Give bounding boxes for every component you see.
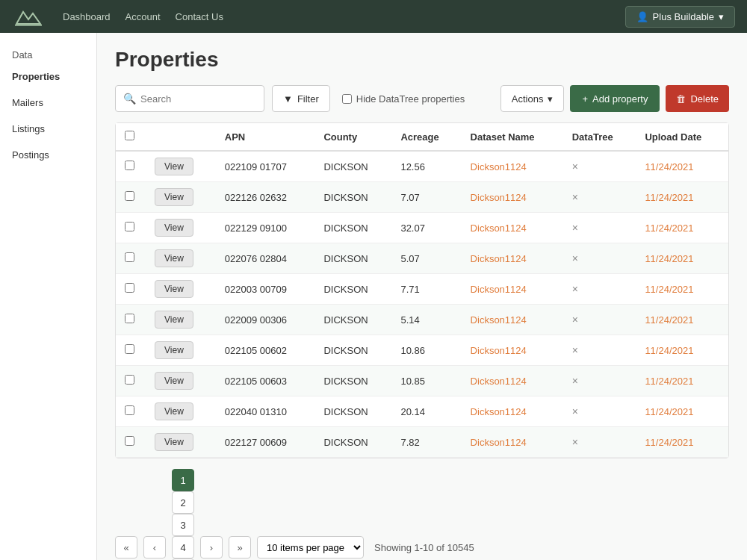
row-county: DICKSON bbox=[314, 305, 391, 335]
delete-button[interactable]: 🗑 Delete bbox=[666, 85, 729, 112]
row-county: DICKSON bbox=[314, 366, 391, 396]
table-row: View 022129 09100 DICKSON 32.07 Dickson1… bbox=[116, 213, 728, 243]
page-first-button[interactable]: « bbox=[115, 536, 137, 559]
search-icon: 🔍 bbox=[123, 93, 136, 105]
row-checkbox[interactable] bbox=[125, 344, 134, 354]
dataset-link[interactable]: Dickson1124 bbox=[471, 192, 527, 203]
datatree-mark: × bbox=[572, 405, 578, 417]
row-acreage: 7.71 bbox=[391, 274, 461, 305]
row-apn: 022129 09100 bbox=[216, 213, 315, 243]
layout: Data Properties Mailers Listings Posting… bbox=[0, 33, 747, 560]
showing-text: Showing 1-10 of 10545 bbox=[374, 542, 474, 553]
row-upload-date: 11/24/2021 bbox=[636, 366, 728, 396]
datatree-mark: × bbox=[572, 252, 578, 264]
page-next-button[interactable]: › bbox=[200, 536, 223, 559]
page-last-button[interactable]: » bbox=[229, 536, 251, 559]
row-view-cell: View bbox=[146, 305, 216, 335]
row-acreage: 10.86 bbox=[391, 335, 461, 366]
actions-button[interactable]: Actions ▾ bbox=[500, 85, 565, 112]
row-checkbox[interactable] bbox=[125, 375, 134, 385]
row-checkbox[interactable] bbox=[125, 436, 134, 446]
view-button[interactable]: View bbox=[155, 219, 193, 237]
view-button[interactable]: View bbox=[155, 188, 193, 206]
row-checkbox[interactable] bbox=[125, 314, 134, 323]
row-checkbox-cell bbox=[116, 151, 146, 182]
sidebar-item-properties[interactable]: Properties bbox=[0, 63, 96, 90]
dataset-link[interactable]: Dickson1124 bbox=[471, 406, 527, 417]
row-dataset: Dickson1124 bbox=[462, 366, 563, 396]
view-button[interactable]: View bbox=[155, 402, 193, 420]
search-input[interactable] bbox=[140, 93, 256, 105]
row-upload-date: 11/24/2021 bbox=[636, 274, 728, 305]
table-row: View 022076 02804 DICKSON 5.07 Dickson11… bbox=[116, 243, 728, 274]
sidebar-item-mailers[interactable]: Mailers bbox=[0, 90, 96, 116]
row-county: DICKSON bbox=[314, 335, 391, 366]
top-nav: Dashboard Account Contact Us 👤 Plus Buil… bbox=[0, 0, 747, 33]
view-button[interactable]: View bbox=[155, 433, 193, 451]
row-apn: 022003 00709 bbox=[216, 274, 315, 305]
dataset-link[interactable]: Dickson1124 bbox=[471, 437, 527, 448]
view-button[interactable]: View bbox=[155, 280, 193, 298]
upload-date-value: 11/24/2021 bbox=[645, 284, 693, 295]
row-county: DICKSON bbox=[314, 151, 391, 182]
dataset-link[interactable]: Dickson1124 bbox=[471, 345, 527, 356]
row-dataset: Dickson1124 bbox=[462, 274, 563, 305]
select-all-checkbox[interactable] bbox=[125, 131, 134, 140]
view-button[interactable]: View bbox=[155, 249, 193, 267]
row-datatree: × bbox=[563, 335, 636, 366]
row-checkbox[interactable] bbox=[125, 283, 134, 293]
per-page-select[interactable]: 10 items per page 25 items per page 50 i… bbox=[257, 536, 364, 559]
row-dataset: Dickson1124 bbox=[462, 335, 563, 366]
row-checkbox[interactable] bbox=[125, 405, 134, 415]
row-checkbox[interactable] bbox=[125, 161, 134, 170]
sidebar-item-listings[interactable]: Listings bbox=[0, 116, 96, 142]
add-property-button[interactable]: + Add property bbox=[570, 85, 660, 112]
hide-datatree-checkbox[interactable] bbox=[342, 94, 352, 104]
row-checkbox[interactable] bbox=[125, 252, 134, 262]
row-apn: 022040 01310 bbox=[216, 396, 315, 427]
dataset-link[interactable]: Dickson1124 bbox=[471, 314, 527, 326]
row-checkbox[interactable] bbox=[125, 191, 134, 201]
sidebar-item-postings[interactable]: Postings bbox=[0, 142, 96, 168]
nav-dashboard[interactable]: Dashboard bbox=[63, 11, 111, 22]
row-view-cell: View bbox=[146, 182, 216, 213]
row-checkbox-cell bbox=[116, 335, 146, 366]
page-btn-2[interactable]: 2 bbox=[172, 491, 194, 514]
hide-datatree-label[interactable]: Hide DataTree properties bbox=[342, 93, 465, 105]
filter-button[interactable]: ▼ Filter bbox=[272, 85, 330, 112]
page-btn-1[interactable]: 1 bbox=[172, 469, 194, 491]
user-menu-button[interactable]: 👤 Plus Buildable ▾ bbox=[625, 6, 735, 28]
table-row: View 022009 00306 DICKSON 5.14 Dickson11… bbox=[116, 305, 728, 335]
nav-account[interactable]: Account bbox=[125, 11, 161, 22]
row-dataset: Dickson1124 bbox=[462, 396, 563, 427]
page-prev-button[interactable]: ‹ bbox=[143, 536, 166, 559]
page-title: Properties bbox=[115, 48, 729, 72]
view-button[interactable]: View bbox=[155, 341, 193, 359]
toolbar: 🔍 ▼ Filter Hide DataTree properties Acti… bbox=[115, 85, 729, 112]
row-checkbox[interactable] bbox=[125, 222, 134, 231]
row-view-cell: View bbox=[146, 151, 216, 182]
row-apn: 022126 02632 bbox=[216, 182, 315, 213]
dataset-link[interactable]: Dickson1124 bbox=[471, 161, 527, 172]
view-button[interactable]: View bbox=[155, 372, 193, 390]
view-button[interactable]: View bbox=[155, 311, 193, 329]
row-county: DICKSON bbox=[314, 396, 391, 427]
dataset-link[interactable]: Dickson1124 bbox=[471, 223, 527, 234]
view-button[interactable]: View bbox=[155, 158, 193, 175]
dataset-link[interactable]: Dickson1124 bbox=[471, 376, 527, 387]
table-row: View 022109 01707 DICKSON 12.56 Dickson1… bbox=[116, 151, 728, 182]
page-btn-3[interactable]: 3 bbox=[172, 514, 194, 536]
chevron-down-icon: ▾ bbox=[719, 11, 724, 22]
upload-date-value: 11/24/2021 bbox=[645, 253, 693, 264]
dataset-link[interactable]: Dickson1124 bbox=[471, 253, 527, 264]
row-view-cell: View bbox=[146, 396, 216, 427]
row-datatree: × bbox=[563, 366, 636, 396]
row-apn: 022105 00603 bbox=[216, 366, 315, 396]
nav-contact[interactable]: Contact Us bbox=[176, 11, 223, 22]
row-datatree: × bbox=[563, 396, 636, 427]
dataset-link[interactable]: Dickson1124 bbox=[471, 284, 527, 295]
row-dataset: Dickson1124 bbox=[462, 182, 563, 213]
page-btn-4[interactable]: 4 bbox=[172, 536, 194, 559]
user-label: Plus Buildable bbox=[653, 11, 714, 22]
upload-date-value: 11/24/2021 bbox=[645, 192, 693, 203]
